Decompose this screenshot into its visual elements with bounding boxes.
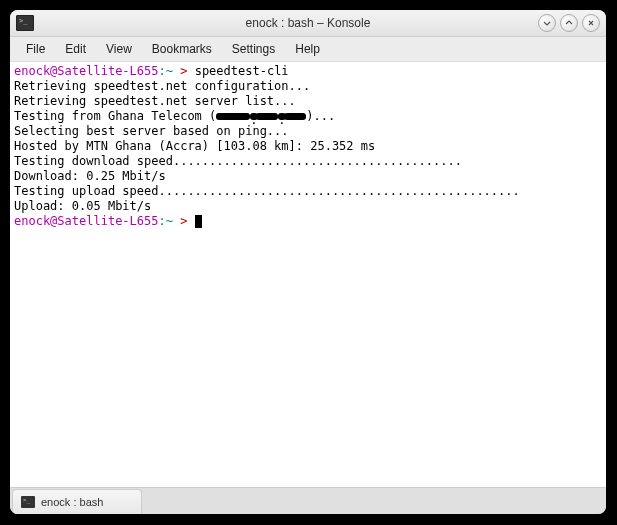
konsole-window: enock : bash – Konsole File Edit View Bo…: [10, 10, 606, 514]
command-text: speedtest-cli: [195, 64, 289, 78]
minimize-button[interactable]: [538, 14, 556, 32]
terminal-output[interactable]: enock@Satellite-L655:~ > speedtest-cli R…: [10, 62, 606, 487]
prompt-path: :~: [159, 214, 181, 228]
output-line: Retrieving speedtest.net server list...: [14, 94, 296, 108]
output-line: Testing upload speed....................…: [14, 184, 520, 198]
menu-help[interactable]: Help: [285, 39, 330, 59]
prompt-host: enock@Satellite-L655: [14, 64, 159, 78]
output-line: Testing download speed..................…: [14, 154, 462, 168]
menubar: File Edit View Bookmarks Settings Help: [10, 37, 606, 62]
tab-session[interactable]: enock : bash: [12, 489, 142, 514]
output-line: Hosted by MTN Ghana (Accra) [103.08 km]:…: [14, 139, 375, 153]
close-button[interactable]: [582, 14, 600, 32]
terminal-icon: [21, 496, 35, 508]
cursor: [195, 215, 202, 228]
output-line: Testing from Ghana Telecom (: [14, 109, 216, 123]
titlebar[interactable]: enock : bash – Konsole: [10, 10, 606, 37]
prompt-symbol: >: [180, 64, 187, 78]
output-line: Download: 0.25 Mbit/s: [14, 169, 166, 183]
maximize-button[interactable]: [560, 14, 578, 32]
menu-settings[interactable]: Settings: [222, 39, 285, 59]
menu-file[interactable]: File: [16, 39, 55, 59]
prompt-symbol: >: [180, 214, 187, 228]
menu-bookmarks[interactable]: Bookmarks: [142, 39, 222, 59]
tab-bar: enock : bash: [10, 487, 606, 514]
tab-label: enock : bash: [41, 496, 103, 508]
window-controls: [538, 14, 600, 32]
output-line: Selecting best server based on ping...: [14, 124, 289, 138]
prompt-host: enock@Satellite-L655: [14, 214, 159, 228]
redacted-ip: ..: [216, 112, 306, 122]
menu-view[interactable]: View: [96, 39, 142, 59]
menu-edit[interactable]: Edit: [55, 39, 96, 59]
output-line: )...: [306, 109, 335, 123]
prompt-path: :~: [159, 64, 181, 78]
output-line: Retrieving speedtest.net configuration..…: [14, 79, 310, 93]
window-title: enock : bash – Konsole: [10, 16, 606, 30]
output-line: Upload: 0.05 Mbit/s: [14, 199, 151, 213]
app-icon: [16, 15, 34, 31]
